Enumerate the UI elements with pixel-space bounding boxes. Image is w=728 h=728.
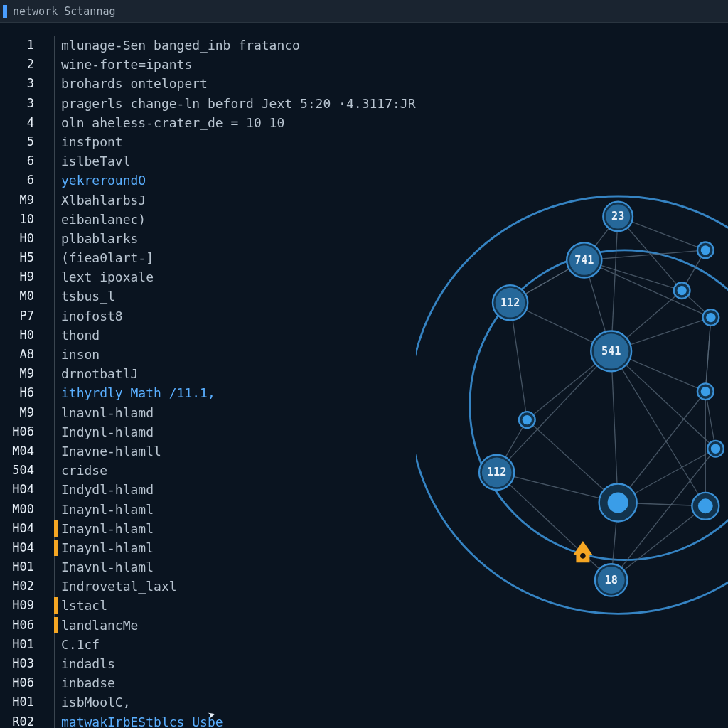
code-line[interactable]: XlbahlarbsJ <box>44 191 416 210</box>
line-number: 504 <box>0 461 44 480</box>
code-line[interactable]: pragerls change-ln beford Jext 5:20 ⋅4.3… <box>44 94 416 113</box>
code-line[interactable]: drnotbatlJ <box>44 364 416 383</box>
modified-marker <box>54 597 58 614</box>
code-line[interactable]: lext ipoxale <box>44 267 416 287</box>
code-editor[interactable]: 12334566M910H0H5H9M0P7H0A8M9H6M9H06M0450… <box>0 23 416 728</box>
graph-node[interactable] <box>707 441 724 457</box>
svg-point-21 <box>607 492 628 513</box>
svg-point-33 <box>700 245 710 255</box>
code-line[interactable]: ithyrdly Math /11.1, <box>44 383 416 402</box>
svg-point-29 <box>706 313 715 322</box>
svg-point-19 <box>522 415 531 424</box>
graph-node[interactable] <box>702 309 719 326</box>
network-graph[interactable]: 2374111254111218 <box>416 23 729 728</box>
code-line[interactable]: C.1cf <box>44 635 416 654</box>
line-number: 3 <box>0 74 44 93</box>
graph-node[interactable] <box>697 242 713 258</box>
graph-node[interactable] <box>697 383 713 400</box>
line-number: M9 <box>0 191 44 210</box>
code-line[interactable]: yekreroundO <box>44 171 416 190</box>
line-number: 6 <box>0 171 44 190</box>
code-line[interactable]: Inaynl-hlaml <box>44 538 416 557</box>
graph-node[interactable] <box>518 412 535 428</box>
code-line[interactable]: eibanlanec) <box>44 210 416 229</box>
svg-point-23 <box>700 387 710 396</box>
code-line[interactable]: islbeTavl <box>44 151 416 171</box>
line-number: H03 <box>0 654 44 673</box>
line-number: H6 <box>0 383 44 402</box>
code-line[interactable]: tsbus_l <box>44 287 416 306</box>
graph-node-23[interactable]: 23 <box>603 202 633 232</box>
line-number: M0 <box>0 287 44 306</box>
code-line[interactable]: indadls <box>44 654 416 673</box>
graph-edge <box>496 472 611 580</box>
svg-text:541: 541 <box>601 345 621 358</box>
line-number: H9 <box>0 267 44 287</box>
code-line[interactable]: Indydl-hlamd <box>44 480 416 499</box>
svg-text:112: 112 <box>486 466 505 478</box>
network-graph-panel[interactable]: 2374111254111218 <box>416 23 729 728</box>
line-number: H06 <box>0 616 44 635</box>
graph-node[interactable] <box>673 282 690 299</box>
code-line[interactable]: landlancMe <box>44 616 416 635</box>
line-number: H04 <box>0 519 44 538</box>
code-line[interactable]: (fiea0lart-] <box>44 248 416 267</box>
code-line[interactable]: Inavnl-hlaml <box>44 557 416 577</box>
code-line[interactable]: cridse <box>44 461 416 480</box>
code-line[interactable]: Inaynl-hlaml <box>44 519 416 538</box>
graph-edge <box>705 318 711 392</box>
graph-node-112[interactable]: 112 <box>492 285 527 320</box>
code-line[interactable]: thond <box>44 326 416 345</box>
line-number: 1 <box>0 36 44 55</box>
svg-point-25 <box>697 498 712 513</box>
graph-node[interactable] <box>599 483 636 521</box>
main-area: 12334566M910H0H5H9M0P7H0A8M9H6M9H06M0450… <box>0 23 728 728</box>
code-line[interactable]: plbablarks <box>44 229 416 248</box>
line-number: M9 <box>0 403 44 422</box>
code-line[interactable]: brohards ontelopert <box>44 74 416 93</box>
code-line[interactable]: lnavnl-hlamd <box>44 403 416 422</box>
modified-marker <box>54 617 58 633</box>
line-number: 6 <box>0 151 44 171</box>
code-line[interactable]: Indynl-hlamd <box>44 422 416 441</box>
code-area[interactable]: mlunage-Sen banged_inb fratancowine-fort… <box>44 36 416 728</box>
line-number: H09 <box>0 596 44 615</box>
svg-point-34 <box>580 553 586 559</box>
line-number: H02 <box>0 577 44 596</box>
line-number: H01 <box>0 635 44 654</box>
line-number: H01 <box>0 557 44 577</box>
graph-node[interactable] <box>692 493 719 520</box>
code-line[interactable]: inbadse <box>44 673 416 692</box>
line-number: M9 <box>0 364 44 383</box>
code-line[interactable]: oln aheless-crater_de = 10 10 <box>44 113 416 132</box>
code-line[interactable]: matwakIrbEStblcs Usbe <box>44 712 416 728</box>
line-number: H01 <box>0 692 44 712</box>
line-number: H5 <box>0 248 44 267</box>
code-line[interactable]: Inavne-hlamll <box>44 441 416 461</box>
code-line[interactable]: isbMoolC, <box>44 692 416 712</box>
line-number: A8 <box>0 345 44 364</box>
code-line[interactable]: inson <box>44 345 416 364</box>
code-line[interactable]: inofost8 <box>44 306 416 326</box>
line-number: 5 <box>0 132 44 151</box>
modified-marker <box>54 540 58 556</box>
line-number: 2 <box>0 55 44 74</box>
svg-text:23: 23 <box>611 210 624 223</box>
svg-text:112: 112 <box>500 296 519 309</box>
graph-node-18[interactable]: 18 <box>594 564 626 596</box>
graph-node-541[interactable]: 541 <box>591 331 631 371</box>
code-line[interactable]: wine-forte=ipants <box>44 55 416 74</box>
line-number: P7 <box>0 306 44 326</box>
graph-node-112[interactable]: 112 <box>479 455 514 490</box>
code-line[interactable]: Indrovetal_laxl <box>44 577 416 596</box>
graph-node-741[interactable]: 741 <box>567 242 601 277</box>
code-line[interactable]: mlunage-Sen banged_inb fratanco <box>44 36 416 55</box>
graph-edge <box>611 351 705 506</box>
code-line[interactable]: Inaynl-hlaml <box>44 500 416 519</box>
graph-edge <box>611 351 715 449</box>
line-number: H0 <box>0 229 44 248</box>
line-number: 3 <box>0 94 44 113</box>
code-line[interactable]: lstacl <box>44 596 416 615</box>
code-line[interactable]: insfpont <box>44 132 416 151</box>
title-accent <box>3 5 7 18</box>
